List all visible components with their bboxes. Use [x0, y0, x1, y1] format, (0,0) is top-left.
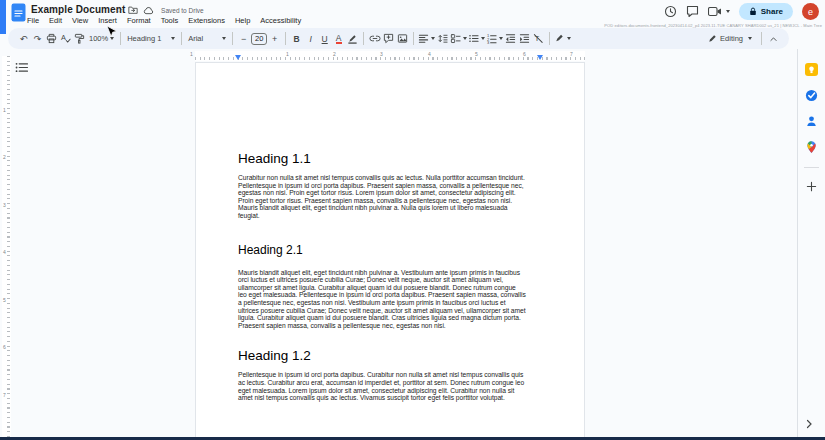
- svg-text:A: A: [61, 33, 66, 42]
- ruler-number: 5: [3, 297, 6, 303]
- hide-menus-button[interactable]: [767, 31, 780, 47]
- font-select[interactable]: Arial: [186, 31, 228, 47]
- chevron-down-icon: [171, 37, 175, 40]
- lock-icon: [749, 7, 757, 16]
- avatar-letter: e: [808, 7, 813, 17]
- insert-image-button[interactable]: [396, 31, 409, 47]
- menu-tools[interactable]: Tools: [156, 14, 184, 27]
- zoom-select[interactable]: 100%: [87, 31, 116, 47]
- menu-format[interactable]: Format: [122, 14, 156, 27]
- ruler-number: 1: [190, 51, 193, 57]
- doc-section: Heading 1.2 Pellentesque in ipsum id orc…: [238, 348, 526, 401]
- font-value: Arial: [188, 34, 203, 43]
- menu-file[interactable]: File: [22, 14, 44, 27]
- redo-button[interactable]: ↷: [31, 31, 44, 47]
- line-spacing-button[interactable]: [436, 31, 449, 47]
- bold-button[interactable]: B: [290, 31, 303, 47]
- keep-icon[interactable]: [805, 63, 818, 76]
- get-addons-button[interactable]: [806, 181, 817, 192]
- doc-section: Heading 2.1 Mauris blandit aliquet elit,…: [238, 243, 526, 330]
- menu-insert[interactable]: Insert: [93, 14, 122, 27]
- toolbar-divider: [120, 32, 121, 45]
- italic-button[interactable]: I: [304, 31, 317, 47]
- workspace-side-panel: [797, 49, 825, 437]
- comment-history-icon[interactable]: [686, 5, 699, 18]
- right-indent-marker[interactable]: [537, 55, 543, 60]
- toolbar-divider: [181, 32, 182, 45]
- doc-paragraph[interactable]: Mauris blandit aliquet elit, eget tincid…: [238, 269, 526, 330]
- toolbar-divider: [413, 32, 414, 45]
- ruler-ticks: [7, 56, 10, 437]
- doc-heading[interactable]: Heading 1.2: [238, 348, 526, 363]
- chevron-down-icon: [726, 10, 730, 13]
- doc-heading[interactable]: Heading 2.1: [238, 243, 526, 257]
- chevron-down-icon: [110, 37, 114, 40]
- horizontal-ruler[interactable]: 1 1 2 3 4 5 6 7: [195, 51, 585, 61]
- chevron-down-icon: [222, 37, 226, 40]
- contacts-icon[interactable]: [805, 115, 818, 127]
- menu-view[interactable]: View: [67, 14, 93, 27]
- maps-icon[interactable]: [806, 140, 817, 154]
- menu-bar: File Edit View Insert Format Tools Exten…: [22, 14, 306, 27]
- decrease-font-size-button[interactable]: −: [237, 31, 250, 47]
- side-panel-divider: [804, 167, 819, 168]
- highlight-color-button[interactable]: [346, 31, 359, 47]
- numbered-list-button[interactable]: 123: [486, 31, 503, 47]
- share-button[interactable]: Share: [739, 3, 793, 20]
- font-size-value: 20: [255, 34, 263, 43]
- vertical-ruler[interactable]: 1 2 3 4 5 6 7: [2, 56, 11, 437]
- ruler-number: 7: [570, 51, 573, 57]
- increase-font-size-button[interactable]: +: [268, 31, 281, 47]
- svg-text:3: 3: [487, 40, 490, 44]
- decrease-indent-button[interactable]: [504, 31, 517, 47]
- paragraph-style-select[interactable]: Heading 1: [125, 31, 177, 47]
- add-comment-button[interactable]: [382, 31, 395, 47]
- undo-button[interactable]: ↶: [17, 31, 30, 47]
- menu-edit[interactable]: Edit: [44, 14, 67, 27]
- editing-mode-select[interactable]: Editing: [704, 34, 756, 43]
- chevron-down-icon: [431, 37, 435, 40]
- bulleted-list-button[interactable]: [468, 31, 485, 47]
- chevron-down-icon: [748, 37, 752, 40]
- window-edge-strip: [0, 0, 6, 34]
- checklist-button[interactable]: [450, 31, 467, 47]
- align-button[interactable]: [418, 31, 435, 47]
- ruler-number: 1: [286, 51, 289, 57]
- toolbar-divider: [232, 32, 233, 45]
- increase-indent-button[interactable]: [518, 31, 531, 47]
- menu-extensions[interactable]: Extensions: [183, 14, 230, 27]
- document-page[interactable]: Heading 1.1 Curabitur non nulla sit amet…: [195, 62, 585, 440]
- doc-heading[interactable]: Heading 1.1: [238, 151, 526, 166]
- menu-help[interactable]: Help: [230, 14, 255, 27]
- chevron-down-icon: [567, 37, 571, 40]
- ruler-number: 1: [3, 107, 6, 113]
- chevron-down-icon: [499, 37, 503, 40]
- left-indent-marker[interactable]: [235, 55, 241, 60]
- more-formatting-button[interactable]: [554, 31, 571, 47]
- menu-accessibility[interactable]: Accessibility: [255, 14, 306, 27]
- font-size-input[interactable]: 20: [251, 33, 267, 45]
- saved-status[interactable]: Saved to Drive: [161, 7, 204, 14]
- tasks-icon[interactable]: [805, 89, 818, 102]
- text-color-button[interactable]: A: [332, 31, 345, 47]
- document-outline-button[interactable]: [15, 62, 28, 73]
- join-call-icon[interactable]: [708, 6, 730, 17]
- doc-paragraph[interactable]: Pellentesque in ipsum id orci porta dapi…: [238, 371, 526, 401]
- hide-side-panel-button[interactable]: [805, 419, 813, 429]
- clear-formatting-button[interactable]: T: [532, 31, 545, 47]
- underline-button[interactable]: U: [318, 31, 331, 47]
- spellcheck-button[interactable]: A: [59, 31, 72, 47]
- avatar[interactable]: e: [802, 3, 819, 20]
- ruler-number: 3: [380, 51, 383, 57]
- insert-link-button[interactable]: [368, 31, 381, 47]
- toolbar-divider: [285, 32, 286, 45]
- toolbar-divider: [363, 32, 364, 45]
- ruler-number: 6: [3, 344, 6, 350]
- print-button[interactable]: [45, 31, 58, 47]
- paint-format-button[interactable]: [73, 31, 86, 47]
- version-history-icon[interactable]: [664, 5, 677, 18]
- ruler-number: 4: [3, 249, 6, 255]
- doc-paragraph[interactable]: Curabitur non nulla sit amet nisl tempus…: [238, 174, 526, 220]
- ruler-ticks: [195, 57, 585, 60]
- chevron-down-icon: [481, 37, 485, 40]
